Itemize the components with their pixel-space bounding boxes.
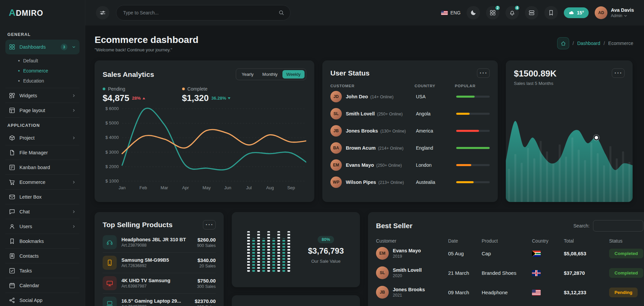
sidebar-item[interactable]: Ecommerce: [5, 175, 79, 190]
tab-button[interactable]: Weekly: [282, 70, 305, 79]
sales-analytics-tabs: YearlyMonthlyWeekly: [236, 68, 306, 80]
top-products-menu-button[interactable]: [203, 220, 216, 230]
legend-item: Complete $1,32036.28%: [182, 86, 231, 103]
sales-summary-menu-button[interactable]: [612, 68, 625, 78]
bottom-cards-row: Top Selling Products Headphones JBL JR 3…: [95, 212, 633, 306]
sale-value-card: 80% $3,76,793 Our Sale Value: [232, 212, 360, 287]
list-item: 4K UHD TV Samsung Art.63987987 $750.00 3…: [103, 273, 216, 294]
card-title: User Status: [330, 69, 370, 77]
user-menu[interactable]: AD Ava Davis Admin: [595, 6, 634, 19]
chevron-right-icon: [71, 136, 76, 140]
popularity-progress: [456, 147, 490, 149]
bell-icon: [509, 9, 516, 16]
sidebar-item[interactable]: Users: [5, 219, 79, 234]
tab-button[interactable]: Yearly: [237, 70, 258, 79]
table-row: JB Jones Brooks(130+ Online) America: [330, 122, 490, 139]
brand-logo[interactable]: ADMIRO: [9, 7, 43, 18]
breadcrumb-home-button[interactable]: [557, 37, 569, 49]
cloud-icon: [569, 10, 575, 16]
customer-avatar: WP: [330, 176, 342, 188]
sidebar-item[interactable]: Bookmarks: [5, 234, 79, 249]
legend-dot: [103, 88, 105, 90]
table-header: Customer Date Product Country Total Stat…: [376, 238, 643, 244]
chart-bar: [252, 238, 255, 272]
breadcrumb-dashboard-link[interactable]: Dashboard: [577, 41, 600, 46]
sales-analytics-card: Sales Analytics YearlyMonthlyWeekly Pend…: [95, 60, 314, 202]
best-seller-table: EM Evans Mayo 2019 05 Aug Cap $5,08,653 …: [376, 244, 643, 302]
sidebar-item[interactable]: Page layout: [5, 103, 79, 118]
chart-bar: [257, 231, 260, 272]
sidebar-item[interactable]: File Manager: [5, 145, 79, 160]
chart-bar: [282, 238, 285, 272]
sidebar-item-icon: [9, 149, 15, 156]
product-icon-tile: [103, 276, 117, 290]
cards-button[interactable]: [525, 6, 538, 19]
sale-value-label: Our Sale Value: [311, 259, 340, 264]
svg-text:$ 1000: $ 1000: [105, 178, 119, 184]
layers-icon: [528, 9, 535, 16]
table-row: JB Jones Brooks 2021 09 March Headphone …: [376, 283, 643, 302]
chart-legend: Pending $4,87528% Complete $1,32036.28%: [103, 86, 306, 103]
customer-avatar: JB: [330, 125, 342, 137]
submenu-item[interactable]: •Default: [5, 56, 79, 66]
apps-badge: 2: [495, 5, 500, 11]
chart-bar: [277, 231, 280, 272]
submenu-item[interactable]: •Education: [5, 76, 79, 86]
user-name: Ava Davis: [611, 7, 634, 13]
product-icon-tile: [103, 297, 117, 306]
table-row: WP Wilson Pipes(213+ Online) Austealia: [330, 173, 490, 191]
svg-text:$ 6000: $ 6000: [105, 106, 119, 111]
page-subtitle: "Welcome back! Continue your journey.": [95, 47, 199, 52]
sidebar-item[interactable]: Project: [5, 131, 79, 145]
sidebar-item-dashboards[interactable]: Dashboards 3: [5, 40, 79, 54]
bookmark-button[interactable]: [544, 6, 558, 19]
sidebar-item[interactable]: Calendar: [5, 278, 79, 293]
dark-mode-toggle[interactable]: [467, 6, 480, 19]
page-head: Ecommerce dashboard "Welcome back! Conti…: [95, 35, 633, 52]
breadcrumb: / Dashboard / Ecommerce: [557, 37, 633, 49]
customer-avatar: EM: [330, 159, 342, 171]
app-shell: ADMIRO ENG 2 4 15° AD: [0, 0, 644, 306]
product-icon: [106, 300, 113, 306]
submenu-item[interactable]: •Ecommerce: [5, 66, 79, 76]
delta-value: 36.28%: [211, 96, 230, 101]
trend-arrow-icon: [143, 97, 145, 99]
breadcrumb-current: Ecommerce: [608, 41, 633, 46]
chart-bar: [262, 238, 265, 272]
bookmark-icon: [548, 9, 554, 16]
search-input[interactable]: [116, 5, 290, 20]
layout-toggle-button[interactable]: [96, 6, 109, 19]
sidebar-item[interactable]: Widgets: [5, 88, 79, 103]
page-title: Ecommerce dashboard: [95, 35, 199, 45]
sidebar-item[interactable]: Chat: [5, 204, 79, 219]
best-seller-search-input[interactable]: [593, 220, 643, 232]
card-title: Best Seller: [376, 222, 413, 230]
grid-icon: [489, 9, 496, 16]
user-status-card: User Status CUSTOMER COUNTRY POPULAR JD …: [322, 60, 498, 202]
language-label: ENG: [450, 10, 461, 15]
sidebar-item[interactable]: Social App: [5, 293, 79, 306]
partially-visible-card: [232, 295, 360, 306]
sidebar-item[interactable]: Tasks: [5, 263, 79, 278]
sidebar-item-icon: [9, 223, 15, 230]
sidebar-item[interactable]: Contacts: [5, 249, 79, 263]
sidebar-item-icon: [9, 164, 15, 171]
sidebar-item-icon: [9, 107, 15, 114]
language-selector[interactable]: ENG: [441, 10, 461, 15]
svg-text:$ 2000: $ 2000: [105, 164, 119, 169]
global-search: [116, 5, 290, 20]
tab-button[interactable]: Monthly: [258, 70, 282, 79]
popularity-progress: [456, 96, 490, 98]
user-status-menu-button[interactable]: [477, 68, 490, 78]
notifications-button[interactable]: 4: [505, 6, 519, 19]
weather-widget[interactable]: 15°: [564, 7, 589, 18]
sidebar-item[interactable]: Letter Box: [5, 190, 79, 204]
bullet-icon: •: [18, 58, 20, 63]
sales-months-chart: [506, 101, 633, 202]
legend-dot: [182, 88, 185, 90]
sale-value: $3,76,793: [308, 246, 344, 256]
sidebar-item[interactable]: Kanban board: [5, 160, 79, 175]
product-icon: [106, 259, 113, 266]
apps-button[interactable]: 2: [486, 6, 499, 19]
popularity-progress: [456, 164, 490, 166]
